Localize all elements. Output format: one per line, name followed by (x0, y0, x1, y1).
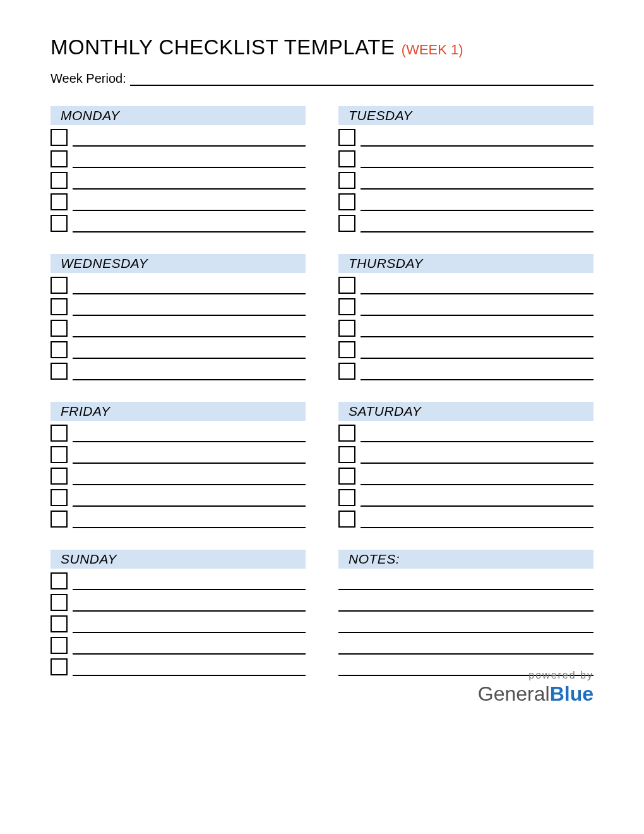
brand-name: GeneralBlue (478, 682, 593, 706)
page: MONTHLY CHECKLIST TEMPLATE (WEEK 1) Week… (0, 0, 644, 701)
checklist-row (51, 612, 306, 633)
day-sunday: SUNDAY (51, 550, 306, 676)
notes-row (338, 633, 593, 655)
checkbox[interactable] (338, 446, 355, 463)
task-line[interactable] (361, 337, 593, 359)
day-header-sunday: SUNDAY (51, 550, 306, 569)
footer-branding: powered by GeneralBlue (478, 670, 593, 706)
checkbox[interactable] (51, 129, 68, 146)
task-line[interactable] (73, 294, 306, 316)
checkbox[interactable] (338, 363, 355, 380)
checkbox[interactable] (51, 425, 68, 442)
checkbox[interactable] (338, 341, 355, 358)
task-line[interactable] (73, 125, 306, 147)
task-line[interactable] (73, 612, 306, 633)
task-line[interactable] (73, 147, 306, 168)
task-line[interactable] (73, 168, 306, 190)
checkbox[interactable] (338, 298, 355, 315)
task-line[interactable] (361, 507, 593, 528)
task-line[interactable] (361, 273, 593, 294)
checkbox[interactable] (51, 658, 68, 675)
checklist-row (51, 316, 306, 337)
notes-line[interactable] (338, 612, 593, 633)
task-line[interactable] (361, 147, 593, 168)
checklist-row (338, 337, 593, 359)
notes-block: NOTES: (338, 550, 593, 676)
notes-line[interactable] (338, 633, 593, 655)
checkbox[interactable] (51, 320, 68, 337)
checkbox[interactable] (51, 572, 68, 589)
task-line[interactable] (73, 485, 306, 507)
checkbox[interactable] (338, 320, 355, 337)
checkbox[interactable] (51, 341, 68, 358)
task-line[interactable] (361, 421, 593, 442)
task-line[interactable] (361, 464, 593, 485)
week-period: Week Period: (51, 71, 593, 86)
checklist-row (338, 125, 593, 147)
task-line[interactable] (73, 273, 306, 294)
checkbox[interactable] (338, 215, 355, 232)
checkbox[interactable] (51, 172, 68, 189)
checkbox[interactable] (51, 511, 68, 528)
task-line[interactable] (73, 316, 306, 337)
checkbox[interactable] (338, 193, 355, 210)
checkbox[interactable] (338, 511, 355, 528)
task-line[interactable] (361, 168, 593, 190)
checkbox[interactable] (51, 489, 68, 506)
task-line[interactable] (73, 569, 306, 590)
checkbox[interactable] (338, 489, 355, 506)
notes-header: NOTES: (338, 550, 593, 569)
checkbox[interactable] (51, 363, 68, 380)
checkbox[interactable] (51, 193, 68, 210)
task-line[interactable] (73, 359, 306, 380)
checkbox[interactable] (51, 468, 68, 485)
task-line[interactable] (73, 421, 306, 442)
task-line[interactable] (361, 211, 593, 233)
task-line[interactable] (73, 337, 306, 359)
checkbox[interactable] (338, 468, 355, 485)
checkbox[interactable] (51, 277, 68, 294)
task-line[interactable] (73, 190, 306, 211)
checklist-row (338, 485, 593, 507)
checklist-row (51, 273, 306, 294)
checkbox[interactable] (51, 615, 68, 632)
task-line[interactable] (73, 464, 306, 485)
checkbox[interactable] (338, 277, 355, 294)
title-week: (WEEK 1) (402, 42, 463, 57)
checkbox[interactable] (338, 129, 355, 146)
checklist-row (51, 211, 306, 233)
checklist-row (51, 464, 306, 485)
task-line[interactable] (73, 590, 306, 612)
checkbox[interactable] (51, 298, 68, 315)
checkbox[interactable] (338, 150, 355, 167)
task-line[interactable] (73, 211, 306, 233)
day-saturday: SATURDAY (338, 402, 593, 528)
task-line[interactable] (73, 633, 306, 655)
checkbox[interactable] (51, 594, 68, 611)
task-line[interactable] (361, 190, 593, 211)
notes-line[interactable] (338, 569, 593, 590)
checkbox[interactable] (51, 446, 68, 463)
day-header-thursday: THURSDAY (338, 254, 593, 273)
day-thursday: THURSDAY (338, 254, 593, 380)
checklist-row (338, 211, 593, 233)
checkbox[interactable] (51, 150, 68, 167)
notes-line[interactable] (338, 590, 593, 612)
task-line[interactable] (73, 507, 306, 528)
week-period-input-line[interactable] (130, 71, 593, 86)
checklist-row (338, 168, 593, 190)
checkbox[interactable] (51, 637, 68, 654)
task-line[interactable] (361, 316, 593, 337)
task-line[interactable] (73, 442, 306, 464)
task-line[interactable] (361, 359, 593, 380)
checkbox[interactable] (51, 215, 68, 232)
checklist-row (338, 294, 593, 316)
checkbox[interactable] (338, 425, 355, 442)
task-line[interactable] (361, 125, 593, 147)
task-line[interactable] (361, 294, 593, 316)
task-line[interactable] (361, 485, 593, 507)
day-friday: FRIDAY (51, 402, 306, 528)
task-line[interactable] (361, 442, 593, 464)
task-line[interactable] (73, 655, 306, 676)
checkbox[interactable] (338, 172, 355, 189)
